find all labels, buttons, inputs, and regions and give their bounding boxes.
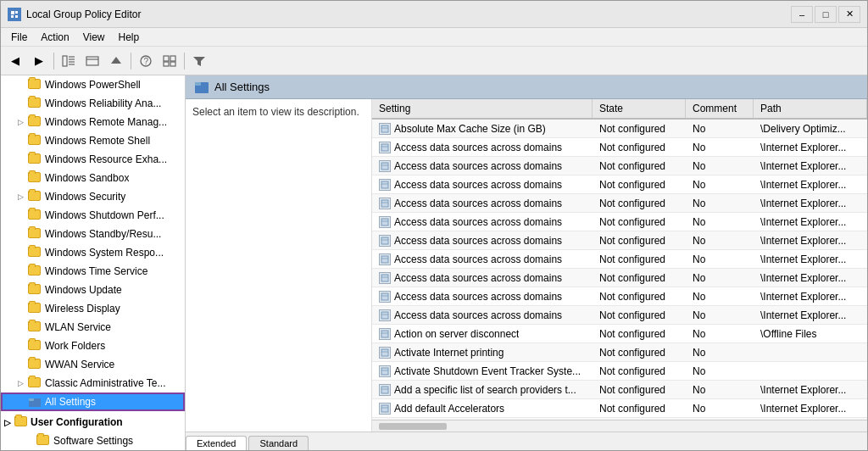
table-row[interactable]: Access data sources across domainsNot co… [372, 175, 867, 194]
user-config-label: User Configuration [31, 416, 123, 428]
table-row[interactable]: Absolute Max Cache Size (in GB)Not confi… [372, 120, 867, 138]
sidebar-item-label: Windows Resource Exha... [45, 153, 167, 165]
setting-comment: No [686, 233, 754, 248]
svg-marker-12 [111, 57, 121, 64]
svg-rect-54 [381, 405, 388, 412]
sidebar-item-software-settings[interactable]: Software Settings [1, 432, 185, 450]
expand-arrow: ▷ [4, 418, 11, 427]
sidebar-item-update[interactable]: Windows Update [1, 281, 185, 299]
sidebar-item-label: WLAN Service [45, 321, 111, 333]
table-row[interactable]: Access data sources across domainsNot co… [372, 287, 867, 306]
menu-action[interactable]: Action [34, 30, 75, 45]
sidebar-item-reliability[interactable]: Windows Reliability Ana... [1, 94, 185, 113]
scope-button[interactable] [81, 50, 103, 72]
table-row[interactable]: Activate Internet printingNot configured… [372, 343, 867, 362]
folder-icon [28, 247, 42, 259]
user-config-header[interactable]: ▷ User Configuration [1, 413, 185, 432]
setting-path: \Internet Explorer... [754, 308, 867, 323]
description-panel: Select an item to view its description. [186, 99, 372, 432]
table-row[interactable]: Access data sources across domainsNot co… [372, 213, 867, 231]
table-row[interactable]: Access data sources across domainsNot co… [372, 306, 867, 325]
sidebar-item-remote-shell[interactable]: Windows Remote Shell [1, 131, 185, 150]
filter-button[interactable] [188, 50, 210, 72]
sidebar-item-resource-exh[interactable]: Windows Resource Exha... [1, 150, 185, 169]
table-row[interactable]: Access data sources across domainsNot co… [372, 138, 867, 157]
setting-comment: No [686, 196, 754, 211]
setting-icon [379, 328, 391, 340]
svg-rect-28 [381, 163, 388, 170]
horizontal-scrollbar-thumb[interactable] [379, 423, 447, 430]
help-button[interactable]: ? [135, 50, 157, 72]
expand-arrow [18, 398, 26, 406]
sidebar-item-shutdown-perf[interactable]: Windows Shutdown Perf... [1, 206, 185, 225]
show-hide-button[interactable] [58, 50, 80, 72]
sidebar-item-sys-response[interactable]: Windows System Respo... [1, 243, 185, 262]
menu-bar: File Action View Help [1, 28, 867, 47]
setting-state: Not configured [593, 364, 686, 379]
col-header-path[interactable]: Path [754, 99, 867, 118]
svg-rect-40 [381, 275, 388, 281]
forward-button[interactable]: ▶ [28, 50, 50, 72]
close-button[interactable]: ✕ [838, 6, 860, 23]
title-buttons: – □ ✕ [791, 6, 860, 23]
sidebar-item-wireless[interactable]: Wireless Display [1, 299, 185, 318]
settings-table[interactable]: Setting State Comment Path Absolute Max … [372, 99, 867, 420]
setting-path: \Internet Explorer... [754, 382, 867, 398]
setting-state: Not configured [593, 401, 686, 416]
table-row[interactable]: Add a specific list of search providers … [372, 381, 867, 399]
sidebar-item-sandbox[interactable]: Windows Sandbox [1, 169, 185, 187]
col-header-setting[interactable]: Setting [372, 99, 593, 118]
sidebar-item-wwan[interactable]: WWAN Service [1, 355, 185, 374]
table-row[interactable]: Access data sources across domainsNot co… [372, 269, 867, 287]
col-header-state[interactable]: State [593, 99, 686, 118]
properties-button[interactable] [159, 50, 181, 72]
menu-view[interactable]: View [76, 30, 112, 45]
table-row[interactable]: Access data sources across domainsNot co… [372, 157, 867, 175]
sidebar-item-security[interactable]: ▷ Windows Security [1, 187, 185, 206]
sidebar-item-standby[interactable]: Windows Standby/Resu... [1, 225, 185, 243]
menu-help[interactable]: Help [112, 30, 147, 45]
table-row[interactable]: Activate Shutdown Event Tracker Syste...… [372, 362, 867, 381]
col-header-comment[interactable]: Comment [686, 99, 754, 118]
title-bar-left: Local Group Policy Editor [8, 8, 141, 21]
back-button[interactable]: ◀ [4, 50, 26, 72]
folder-icon [28, 377, 42, 389]
sidebar-item-powershell[interactable]: Windows PowerShell [1, 75, 185, 94]
setting-comment: No [686, 364, 754, 379]
sidebar: Windows PowerShell Windows Reliability A… [1, 75, 186, 450]
sidebar-item-time-service[interactable]: Windows Time Service [1, 262, 185, 281]
sidebar-item-all-settings[interactable]: All Settings [1, 393, 185, 411]
table-row[interactable]: Access data sources across domainsNot co… [372, 250, 867, 269]
maximize-button[interactable]: □ [815, 6, 837, 23]
tab-extended[interactable]: Extended [186, 436, 247, 450]
svg-rect-44 [381, 312, 388, 319]
table-row[interactable]: Access data sources across domainsNot co… [372, 231, 867, 250]
sidebar-item-classic-admin[interactable]: ▷ Classic Administrative Te... [1, 374, 185, 393]
table-row[interactable]: Add default AcceleratorsNot configuredNo… [372, 399, 867, 418]
sidebar-item-work-folders[interactable]: Work Folders [1, 337, 185, 355]
sidebar-item-wlan[interactable]: WLAN Service [1, 318, 185, 337]
setting-icon [379, 291, 391, 303]
svg-rect-36 [381, 237, 388, 244]
setting-label: Access data sources across domains [394, 291, 562, 303]
setting-label: Access data sources across domains [394, 142, 562, 153]
table-row[interactable]: Access data sources across domainsNot co… [372, 194, 867, 213]
table-row[interactable]: Action on server disconnectNot configure… [372, 325, 867, 343]
toolbar: ◀ ▶ ? [1, 47, 867, 75]
setting-label: Action on server disconnect [394, 328, 519, 340]
folder-icon [28, 135, 42, 147]
setting-path [754, 370, 867, 373]
sidebar-item-remote-mgmt[interactable]: ▷ Windows Remote Manag... [1, 113, 185, 131]
minimize-button[interactable]: – [791, 6, 813, 23]
up-button[interactable] [105, 50, 127, 72]
setting-label: Access data sources across domains [394, 160, 562, 172]
panel-body: Select an item to view its description. … [186, 99, 867, 432]
menu-file[interactable]: File [4, 30, 34, 45]
setting-icon [379, 235, 391, 247]
setting-state: Not configured [593, 326, 686, 342]
tab-standard[interactable]: Standard [248, 436, 309, 450]
toolbar-separator-2 [131, 53, 131, 70]
sidebar-item-label: Windows Reliability Ana... [45, 97, 161, 109]
bottom-scrollbar[interactable] [372, 420, 867, 432]
setting-comment: No [686, 308, 754, 323]
